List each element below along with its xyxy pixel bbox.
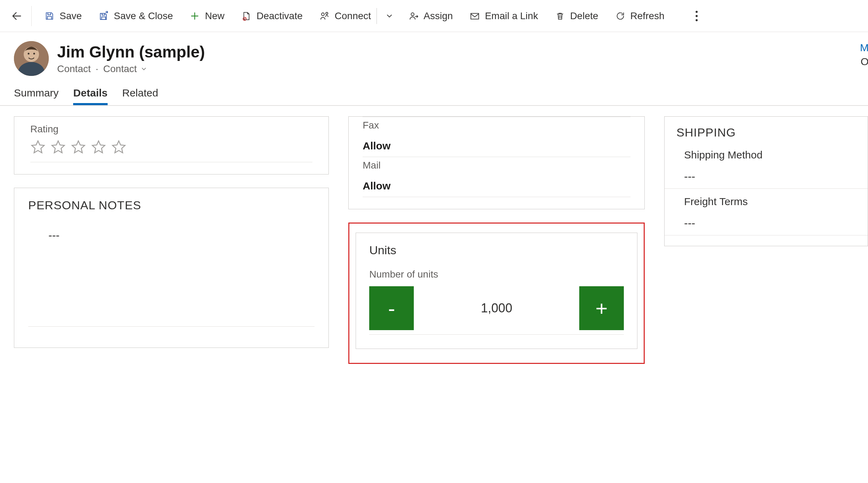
save-icon <box>44 11 55 21</box>
save-close-icon <box>99 11 109 21</box>
chevron-down-icon <box>140 65 147 72</box>
assign-button[interactable]: Assign <box>400 0 461 32</box>
star-icon <box>111 140 126 155</box>
svg-point-1 <box>321 13 324 16</box>
save-label: Save <box>60 10 82 22</box>
column-middle: Fax Allow Mail Allow Units Number of uni… <box>348 116 645 364</box>
rating-card: Rating <box>14 116 329 174</box>
new-button[interactable]: New <box>181 0 233 32</box>
fax-label: Fax <box>363 120 630 131</box>
assign-icon <box>408 11 419 21</box>
units-card: Units Number of units - 1,000 + <box>356 233 637 349</box>
increment-button[interactable]: + <box>579 286 624 330</box>
freight-terms-row[interactable]: Freight Terms --- <box>665 189 868 235</box>
chevron-down-icon <box>385 12 394 20</box>
form-body: Rating PERSONAL NOTES --- Fax A <box>0 106 868 374</box>
personal-notes-value[interactable]: --- <box>28 212 315 242</box>
avatar <box>14 41 49 76</box>
shipping-title: SHIPPING <box>665 126 868 142</box>
svg-point-12 <box>33 53 35 55</box>
units-label: Number of units <box>369 257 624 285</box>
svg-point-7 <box>696 19 698 21</box>
back-button[interactable] <box>6 0 27 32</box>
mail-row[interactable]: Mail Allow <box>363 157 630 197</box>
title-block: Jim Glynn (sample) Contact · Contact <box>57 42 205 75</box>
record-subtitle: Contact · Contact <box>57 63 205 75</box>
kebab-icon <box>695 10 698 22</box>
save-button[interactable]: Save <box>36 0 90 32</box>
mail-value: Allow <box>363 171 630 192</box>
shipping-method-row[interactable]: Shipping Method --- <box>665 142 868 189</box>
email-link-label: Email a Link <box>485 10 538 22</box>
assign-label: Assign <box>424 10 453 22</box>
connect-label: Connect <box>335 10 371 22</box>
decrement-button[interactable]: - <box>369 286 414 330</box>
svg-point-3 <box>411 13 414 16</box>
email-icon <box>470 11 480 21</box>
personal-notes-card: PERSONAL NOTES --- <box>14 188 329 348</box>
svg-point-6 <box>696 15 698 17</box>
save-close-button[interactable]: Save & Close <box>90 0 181 32</box>
tab-details[interactable]: Details <box>73 87 107 105</box>
refresh-label: Refresh <box>630 10 665 22</box>
form-name: Contact <box>103 63 137 75</box>
connect-icon <box>319 11 330 21</box>
email-link-button[interactable]: Email a Link <box>461 0 547 32</box>
field-underline <box>30 162 312 162</box>
deactivate-label: Deactivate <box>256 10 302 22</box>
divider <box>31 6 32 26</box>
command-bar: Save Save & Close New Deactivate Connect… <box>0 0 868 32</box>
entity-name: Contact <box>57 63 91 75</box>
star-icon <box>71 140 86 155</box>
units-value[interactable]: 1,000 <box>414 301 579 315</box>
delete-icon <box>555 11 565 21</box>
svg-point-11 <box>28 53 30 55</box>
shipping-method-label: Shipping Method <box>665 149 868 161</box>
record-header: Jim Glynn (sample) Contact · Contact M O <box>0 32 868 76</box>
back-arrow-icon <box>11 10 23 22</box>
rating-label: Rating <box>30 124 312 135</box>
units-stepper: - 1,000 + <box>369 285 624 330</box>
svg-rect-4 <box>471 13 479 19</box>
delete-label: Delete <box>570 10 598 22</box>
refresh-button[interactable]: Refresh <box>607 0 673 32</box>
field-underline <box>369 334 624 335</box>
header-right-top: M <box>860 42 868 54</box>
delete-button[interactable]: Delete <box>547 0 607 32</box>
connect-dropdown[interactable] <box>379 12 400 20</box>
units-title: Units <box>369 243 624 257</box>
freight-terms-value: --- <box>665 208 868 229</box>
shipping-card: SHIPPING Shipping Method --- Freight Ter… <box>664 116 868 246</box>
svg-point-5 <box>696 11 698 13</box>
contact-prefs-card: Fax Allow Mail Allow <box>348 116 645 209</box>
tab-related[interactable]: Related <box>122 87 158 105</box>
form-selector[interactable]: Contact <box>103 63 147 75</box>
fax-row[interactable]: Fax Allow <box>363 117 630 157</box>
connect-button[interactable]: Connect <box>311 0 374 32</box>
divider <box>377 8 377 24</box>
header-right-bottom: O <box>861 56 868 68</box>
star-icon <box>91 140 106 155</box>
plus-icon <box>189 11 200 21</box>
freight-terms-label: Freight Terms <box>665 196 868 208</box>
save-close-label: Save & Close <box>114 10 173 22</box>
personal-notes-title: PERSONAL NOTES <box>28 198 315 212</box>
deactivate-icon <box>241 11 251 21</box>
more-commands-button[interactable] <box>690 10 704 22</box>
refresh-icon <box>615 11 626 21</box>
star-icon <box>51 140 66 155</box>
new-label: New <box>205 10 224 22</box>
fax-value: Allow <box>363 131 630 152</box>
column-left: Rating PERSONAL NOTES --- <box>14 116 329 364</box>
deactivate-button[interactable]: Deactivate <box>233 0 311 32</box>
separator-dot: · <box>96 63 99 75</box>
tab-list: Summary Details Related <box>0 76 868 106</box>
tab-summary[interactable]: Summary <box>14 87 59 105</box>
record-title: Jim Glynn (sample) <box>57 42 205 61</box>
mail-label: Mail <box>363 160 630 171</box>
rating-stars[interactable] <box>30 140 312 155</box>
field-underline <box>28 326 315 327</box>
units-highlight-box: Units Number of units - 1,000 + <box>348 223 645 364</box>
column-right: SHIPPING Shipping Method --- Freight Ter… <box>664 116 868 364</box>
shipping-method-value: --- <box>665 161 868 183</box>
